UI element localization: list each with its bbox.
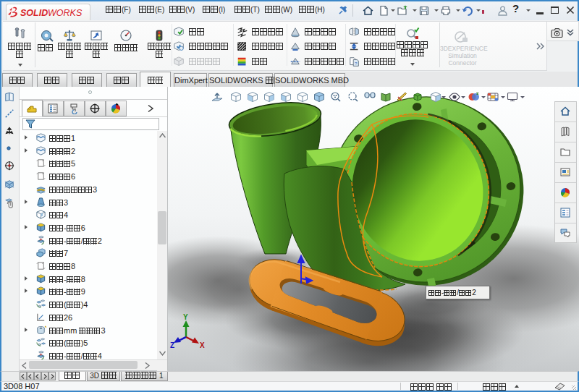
svg-text:WORKS: WORKS [48,8,83,18]
svg-text:Y: Y [183,313,188,321]
svg-text:Z: Z [170,341,174,349]
svg-text:?: ? [355,61,358,66]
svg-text:SOLID: SOLID [20,8,48,18]
svg-text:X: X [200,341,205,349]
